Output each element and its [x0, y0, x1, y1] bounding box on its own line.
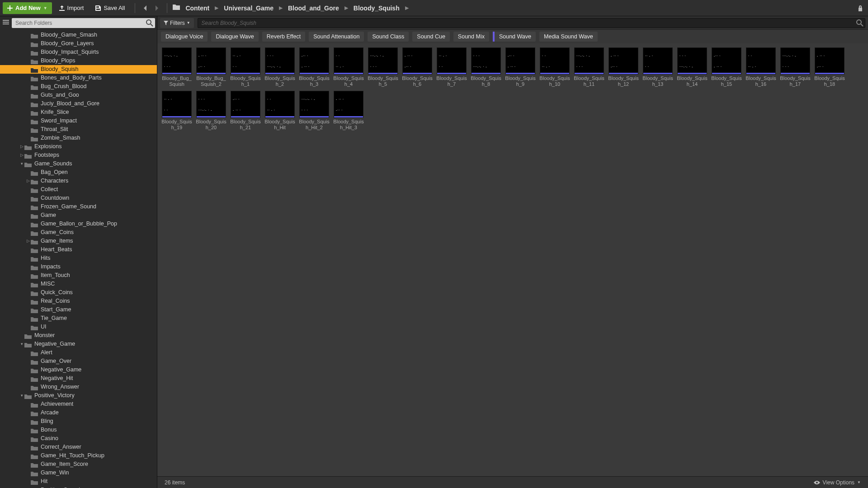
folder-tree-item[interactable]: Sword_Impact: [0, 117, 157, 125]
folder-search-input[interactable]: [12, 18, 155, 28]
folder-tree-item[interactable]: Bling: [0, 417, 157, 426]
folder-tree-item[interactable]: Bloody_Squish: [0, 65, 157, 74]
filter-chip[interactable]: Sound Mix: [453, 32, 489, 42]
folder-tree-item[interactable]: Collect: [0, 185, 157, 194]
asset-item[interactable]: - ·· ·-·· ·Bloody_Squish_Hit_3: [332, 90, 365, 131]
tree-twisty-icon[interactable]: ▷: [25, 237, 31, 245]
filter-chip[interactable]: Sound Class: [368, 32, 409, 42]
breadcrumb-segment[interactable]: Blood_and_Gore: [285, 4, 342, 13]
asset-item[interactable]: ···-·- · -· · ·Bloody_Squish_17: [778, 47, 812, 88]
breadcrumb-segment[interactable]: Content: [183, 4, 212, 13]
folder-tree-item[interactable]: Monster: [0, 331, 157, 340]
folder-tree-item[interactable]: Impacts: [0, 263, 157, 271]
asset-item[interactable]: ·· - ·· ·Bloody_Squish_13: [641, 47, 675, 88]
folder-tree-item[interactable]: Game: [0, 211, 157, 220]
filter-chip[interactable]: Sound Cue: [412, 32, 450, 42]
asset-item[interactable]: ···-·- · -· · ·Bloody_Bug_Squish: [160, 47, 193, 88]
asset-item[interactable]: · ··· - ·Bloody_Squish_4: [332, 47, 365, 88]
filter-chip[interactable]: Media Sound Wave: [539, 32, 598, 42]
folder-tree-item[interactable]: Throat_Slit: [0, 125, 157, 134]
tree-twisty-icon[interactable]: ▾: [19, 160, 24, 168]
asset-item[interactable]: -·· ·- ·· ·Bloody_Squish_9: [504, 47, 537, 88]
folder-tree-item[interactable]: Correct_Answer: [0, 443, 157, 451]
folder-tree-item[interactable]: Juciy_Blood_and_Gore: [0, 99, 157, 108]
folder-tree-item[interactable]: Bones_and_Body_Parts: [0, 74, 157, 82]
folder-tree-item[interactable]: Bloody_Gore_Layers: [0, 39, 157, 48]
asset-item[interactable]: - ·· ·-·· ·Bloody_Bug_Squish_2: [194, 47, 228, 88]
asset-grid[interactable]: ···-·- · -· · ·Bloody_Bug_Squish- ·· ·-·…: [157, 43, 868, 476]
folder-tree-item[interactable]: Bloody_Impact_Squirts: [0, 48, 157, 56]
folder-tree-item[interactable]: ▾Game_Sounds: [0, 160, 157, 168]
filter-chip[interactable]: Sound Wave: [493, 32, 536, 42]
filter-chip[interactable]: Dialogue Voice: [161, 32, 208, 42]
asset-item[interactable]: · ··· - ·Bloody_Squish_16: [744, 47, 778, 88]
filters-button[interactable]: Filters ▼: [160, 18, 194, 28]
folder-tree-item[interactable]: UI: [0, 323, 157, 331]
folder-tree-item[interactable]: Casino: [0, 434, 157, 443]
asset-item[interactable]: - ·· ·-·· ·Bloody_Squish_18: [813, 47, 846, 88]
folder-tree[interactable]: Bloody_Game_SmashBloody_Gore_LayersBlood…: [0, 30, 157, 488]
tree-twisty-icon[interactable]: ▷: [25, 177, 31, 185]
asset-item[interactable]: · · ····-·- · -Bloody_Squish_2: [263, 47, 297, 88]
tree-twisty-icon[interactable]: ▾: [19, 340, 24, 348]
add-new-button[interactable]: Add New ▼: [3, 2, 52, 14]
folder-tree-item[interactable]: ▷Explosions: [0, 142, 157, 151]
lock-button[interactable]: [855, 3, 865, 13]
folder-tree-item[interactable]: Tie_Game: [0, 314, 157, 323]
folder-tree-item[interactable]: Bag_Open: [0, 168, 157, 177]
folder-tree-item[interactable]: Wrong_Answer: [0, 383, 157, 391]
tree-twisty-icon[interactable]: ▾: [19, 391, 24, 400]
asset-item[interactable]: ·· - ·· ·Bloody_Squish_7: [435, 47, 468, 88]
import-button[interactable]: Import: [55, 2, 89, 14]
folder-tree-item[interactable]: Countdown: [0, 194, 157, 202]
asset-item[interactable]: ·· - ·· ·Bloody_Squish_19: [160, 90, 193, 131]
folder-tree-item[interactable]: Achievement: [0, 400, 157, 408]
asset-item[interactable]: - ·· ·-·· ·Bloody_Squish_6: [401, 47, 434, 88]
folder-tree-item[interactable]: Game_Over: [0, 357, 157, 366]
folder-tree-item[interactable]: Frozen_Game_Sound: [0, 202, 157, 211]
asset-item[interactable]: -·· ·- ·· ·Bloody_Squish_21: [229, 90, 262, 131]
asset-item[interactable]: · · ····-·- · -Bloody_Squish_14: [675, 47, 709, 88]
folder-tree-item[interactable]: Negative_Hit: [0, 374, 157, 383]
folder-tree-item[interactable]: MISC: [0, 280, 157, 288]
folder-tree-item[interactable]: ▾Positive_Victory: [0, 391, 157, 400]
filter-chip[interactable]: Dialogue Wave: [211, 32, 258, 42]
nav-forward-button[interactable]: [151, 3, 161, 13]
asset-search-input[interactable]: [198, 18, 865, 28]
folder-tree-item[interactable]: Positive_Sound: [0, 486, 157, 488]
folder-tree-item[interactable]: Item_Touch: [0, 271, 157, 280]
asset-item[interactable]: ·· - ·· ·Bloody_Squish_1: [229, 47, 262, 88]
view-options-button[interactable]: View Options ▼: [814, 479, 861, 486]
folder-tree-item[interactable]: ▾Negative_Game: [0, 340, 157, 348]
folder-tree-item[interactable]: Bloody_Game_Smash: [0, 31, 157, 39]
sources-toggle-button[interactable]: [2, 19, 10, 27]
asset-item[interactable]: -·· ·- ·· ·Bloody_Squish_3: [297, 47, 331, 88]
folder-tree-item[interactable]: Game_Win: [0, 469, 157, 477]
breadcrumb-segment[interactable]: Universal_Game: [221, 4, 276, 13]
tree-twisty-icon[interactable]: ▷: [19, 142, 24, 151]
asset-item[interactable]: - ·· ·-·· ·Bloody_Squish_12: [607, 47, 640, 88]
folder-tree-item[interactable]: Negative_Game: [0, 366, 157, 374]
folder-tree-item[interactable]: Game_Coins: [0, 228, 157, 237]
folder-tree-item[interactable]: Real_Coins: [0, 297, 157, 305]
filter-chip[interactable]: Sound Attenuation: [309, 32, 364, 42]
folder-tree-item[interactable]: Guts_and_Goo: [0, 91, 157, 99]
folder-tree-item[interactable]: ▷Game_Items: [0, 237, 157, 245]
folder-tree-item[interactable]: ▷Characters: [0, 177, 157, 185]
folder-tree-item[interactable]: Knife_Slice: [0, 108, 157, 117]
folder-tree-item[interactable]: Game_Hit_Touch_Pickup: [0, 451, 157, 460]
save-all-button[interactable]: Save All: [91, 2, 129, 14]
folder-tree-item[interactable]: Start_Game: [0, 305, 157, 314]
asset-item[interactable]: ···-·- · -· · ·Bloody_Squish_Hit_2: [297, 90, 331, 131]
asset-item[interactable]: -·· ·- ·· ·Bloody_Squish_15: [710, 47, 743, 88]
tree-twisty-icon[interactable]: ▷: [19, 151, 24, 160]
filter-chip[interactable]: Reverb Effect: [262, 32, 306, 42]
folder-tree-item[interactable]: Hit: [0, 477, 157, 486]
asset-item[interactable]: · · ····-·- · -Bloody_Squish_8: [469, 47, 503, 88]
folder-tree-item[interactable]: Bug_Crush_Blood: [0, 82, 157, 91]
folder-tree-item[interactable]: Arcade: [0, 408, 157, 417]
folder-tree-item[interactable]: Quick_Coins: [0, 288, 157, 297]
folder-tree-item[interactable]: Game_Item_Score: [0, 460, 157, 469]
asset-item[interactable]: ···-·- · -· · ·Bloody_Squish_5: [366, 47, 400, 88]
folder-tree-item[interactable]: ▷Footsteps: [0, 151, 157, 160]
